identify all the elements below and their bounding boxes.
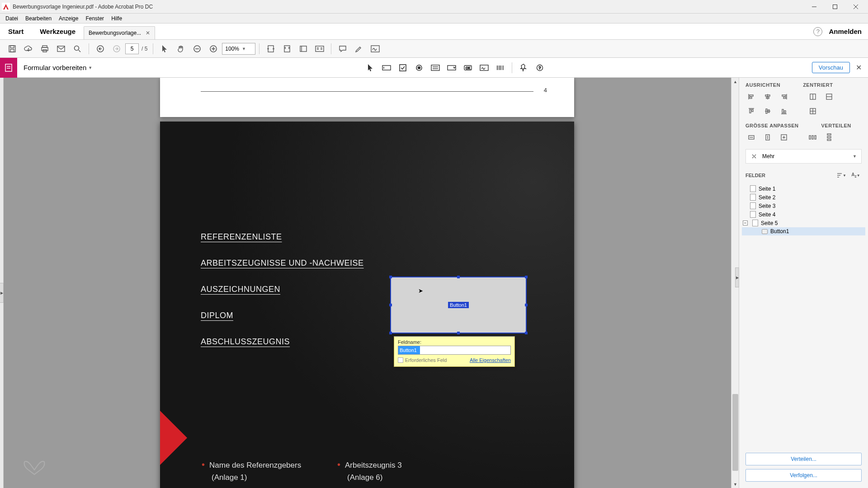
- help-icon[interactable]: ?: [813, 27, 822, 36]
- tab-start[interactable]: Start: [0, 23, 32, 39]
- sort-az-icon[interactable]: Az▼: [850, 170, 862, 181]
- comment-icon[interactable]: [335, 42, 350, 56]
- track-button[interactable]: Verfolgen...: [745, 469, 862, 482]
- resize-handle[interactable]: [389, 276, 392, 278]
- tree-page-5[interactable]: −Seite 5: [742, 219, 865, 227]
- tab-document[interactable]: Bewerbungsvorlage... ✕: [84, 26, 155, 39]
- checkbox-tool-icon[interactable]: [395, 61, 410, 75]
- doc-link-abschlusszeugnis: ABSCHLUSSZEUGNIS: [201, 337, 290, 347]
- size-height-icon[interactable]: [762, 132, 774, 143]
- tab-tools[interactable]: Werkzeuge: [32, 23, 84, 39]
- dropdown-tool-icon[interactable]: [444, 61, 459, 75]
- signature-tool-icon[interactable]: [476, 61, 492, 75]
- align-bottom-icon[interactable]: [778, 106, 790, 117]
- login-link[interactable]: Anmelden: [829, 28, 862, 35]
- distribute-button[interactable]: Verteilen...: [745, 453, 862, 465]
- align-vcenter-icon[interactable]: [762, 106, 774, 117]
- menu-edit[interactable]: Bearbeiten: [22, 14, 55, 23]
- cloud-icon[interactable]: [21, 42, 36, 56]
- fit-width-icon[interactable]: [263, 42, 278, 56]
- tree-field-button1[interactable]: Button1: [742, 227, 865, 235]
- prev-page-icon[interactable]: [93, 42, 108, 56]
- scrollbar-thumb[interactable]: [732, 394, 738, 471]
- close-tool-button[interactable]: ✕: [854, 64, 863, 72]
- search-icon[interactable]: [70, 42, 85, 56]
- scroll-down-icon[interactable]: ▼: [731, 480, 739, 488]
- tree-page-4[interactable]: Seite 4: [742, 210, 865, 219]
- help-tool-icon[interactable]: ?: [532, 61, 547, 75]
- svg-rect-0: [2, 3, 10, 11]
- tab-close-icon[interactable]: ✕: [146, 30, 150, 36]
- form-button-field[interactable]: Button1 ➤: [390, 277, 527, 333]
- page-icon: [750, 202, 756, 209]
- align-top-icon[interactable]: [745, 106, 757, 117]
- tree-page-1[interactable]: Seite 1: [742, 184, 865, 193]
- save-icon[interactable]: [5, 42, 20, 56]
- select-tool-icon[interactable]: [363, 61, 378, 75]
- resize-handle[interactable]: [389, 332, 392, 334]
- resize-handle[interactable]: [457, 332, 460, 334]
- preview-button[interactable]: Vorschau: [812, 62, 850, 73]
- size-both-icon[interactable]: [778, 132, 790, 143]
- hand-icon[interactable]: [173, 42, 189, 56]
- svg-point-12: [75, 46, 79, 50]
- button-tool-icon[interactable]: OK: [460, 61, 476, 75]
- close-button[interactable]: [845, 0, 866, 14]
- menu-help[interactable]: Hilfe: [108, 14, 126, 23]
- align-right-icon[interactable]: [778, 91, 790, 102]
- minimize-button[interactable]: [804, 0, 825, 14]
- highlight-icon[interactable]: [351, 42, 367, 56]
- maximize-button[interactable]: [825, 0, 845, 14]
- center-both-icon[interactable]: [807, 106, 819, 117]
- collapse-right-panel-icon[interactable]: ▶: [735, 267, 739, 287]
- scroll-up-icon[interactable]: ▲: [731, 78, 739, 85]
- collapse-icon[interactable]: −: [743, 221, 748, 225]
- fields-tree: Seite 1 Seite 2 Seite 3 Seite 4 −Seite 5…: [742, 184, 865, 448]
- read-mode-icon[interactable]: [312, 42, 327, 56]
- center-h-icon[interactable]: [807, 91, 819, 102]
- required-checkbox[interactable]: Erforderliches Feld: [398, 357, 447, 363]
- resize-handle[interactable]: [525, 304, 528, 306]
- window-controls: [804, 0, 866, 14]
- page-display-icon[interactable]: [296, 42, 311, 56]
- fit-page-icon[interactable]: [279, 42, 295, 56]
- zoom-dropdown[interactable]: 100%▼: [222, 43, 255, 55]
- print-icon[interactable]: [37, 42, 52, 56]
- svg-rect-81: [827, 136, 831, 138]
- all-properties-link[interactable]: Alle Eigenschaften: [470, 357, 511, 363]
- sort-icon[interactable]: ▼: [835, 170, 847, 181]
- menu-window[interactable]: Fenster: [82, 14, 108, 23]
- document-viewport[interactable]: 4 REFERENZENLISTE ARBEITSZEUGNISSE UND -…: [4, 78, 739, 488]
- pin-icon[interactable]: [516, 61, 531, 75]
- barcode-tool-icon[interactable]: [493, 61, 508, 75]
- page-number-input[interactable]: [125, 43, 139, 54]
- radio-tool-icon[interactable]: [411, 61, 427, 75]
- mail-icon[interactable]: [53, 42, 69, 56]
- align-hcenter-icon[interactable]: [762, 91, 774, 102]
- menu-file[interactable]: Datei: [2, 14, 22, 23]
- tree-page-2[interactable]: Seite 2: [742, 193, 865, 202]
- sign-icon[interactable]: [368, 42, 383, 56]
- distribute-v-icon[interactable]: [823, 132, 835, 143]
- resize-handle[interactable]: [525, 276, 528, 278]
- resize-handle[interactable]: [457, 276, 460, 278]
- svg-rect-27: [5, 64, 12, 71]
- zoom-out-icon[interactable]: [189, 42, 205, 56]
- menu-view[interactable]: Anzeige: [55, 14, 82, 23]
- resize-handle[interactable]: [389, 304, 392, 306]
- prepare-form-dropdown[interactable]: Formular vorbereiten ▼: [17, 64, 99, 71]
- zoom-in-icon[interactable]: [206, 42, 221, 56]
- size-width-icon[interactable]: [745, 132, 757, 143]
- resize-handle[interactable]: [525, 332, 528, 334]
- more-dropdown[interactable]: Mehr ▼: [745, 149, 862, 164]
- expand-left-sidebar-icon[interactable]: ▶: [0, 283, 4, 303]
- center-v-icon[interactable]: [823, 91, 835, 102]
- fieldname-input[interactable]: [398, 346, 511, 355]
- textfield-tool-icon[interactable]: [379, 61, 394, 75]
- tree-page-3[interactable]: Seite 3: [742, 202, 865, 210]
- align-left-icon[interactable]: [745, 91, 757, 102]
- distribute-h-icon[interactable]: [807, 132, 819, 143]
- pointer-icon[interactable]: [157, 42, 172, 56]
- listbox-tool-icon[interactable]: [428, 61, 443, 75]
- svg-rect-82: [827, 139, 831, 141]
